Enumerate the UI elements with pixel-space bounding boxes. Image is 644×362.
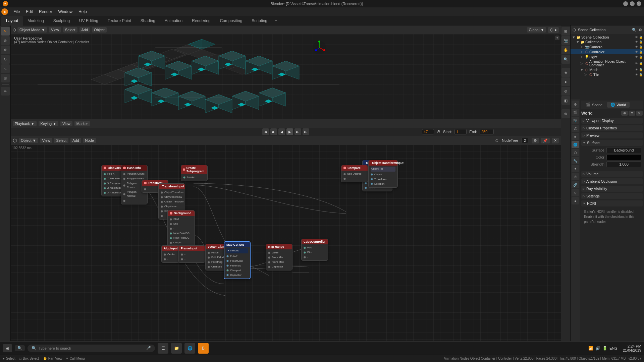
add-menu[interactable]: Add xyxy=(79,27,90,33)
world-browse-button[interactable]: ⊙ xyxy=(629,111,635,116)
start-button[interactable]: ⊞ xyxy=(3,344,12,352)
outliner-mesh[interactable]: ▼ ⬡ Mesh 👁 🔒 xyxy=(571,67,644,72)
preview-header[interactable]: ▷ Preview xyxy=(581,132,643,138)
outliner-camera[interactable]: ▷ 📷 Camera 👁 🔒 xyxy=(571,44,644,49)
node-frame-input[interactable]: FrameInput - - xyxy=(178,245,205,263)
scene-icon[interactable]: 🎬 xyxy=(572,109,579,116)
add-workspace-button[interactable]: + xyxy=(272,17,280,24)
outliner-controler[interactable]: ▷ ⬡ Controler 👁 🔒 xyxy=(571,49,644,54)
jump-start-button[interactable]: ⏮ xyxy=(262,128,269,135)
settings-header[interactable]: ▷ Settings xyxy=(581,193,643,199)
tab-scripting[interactable]: Scripting xyxy=(247,16,272,25)
zoom-in-button[interactable]: + xyxy=(555,36,559,40)
start-frame-input[interactable]: 1 xyxy=(454,129,467,134)
output-icon[interactable]: 🖨 xyxy=(572,125,579,132)
transform-tool-icon[interactable]: ⊞ xyxy=(1,74,10,82)
node-add-menu[interactable]: Add xyxy=(70,138,81,143)
tab-texture-paint[interactable]: Texture Paint xyxy=(103,16,136,25)
node-cube-controller[interactable]: CubeController Pos Dim - xyxy=(301,239,328,261)
timeline-view-menu[interactable]: View xyxy=(60,121,72,126)
maximize-button[interactable]: □ xyxy=(630,1,635,6)
render-icon[interactable]: ◈ xyxy=(561,68,570,77)
world-new-button[interactable]: ⊕ xyxy=(621,111,628,116)
prev-keyframe-button[interactable]: ⏭ xyxy=(270,128,277,135)
outliner-scene-collection[interactable]: ▼ 📁 Scene Collection 👁 🔒 xyxy=(571,35,644,40)
menu-render[interactable]: Render xyxy=(36,9,55,15)
constraints-icon[interactable]: 🔗 xyxy=(572,181,579,188)
play-button[interactable]: ▶ xyxy=(286,128,293,135)
material-icon[interactable]: ● xyxy=(561,77,570,86)
world-unlink-button[interactable]: ✕ xyxy=(636,111,643,116)
surface-type-value[interactable]: Background xyxy=(606,147,641,153)
end-frame-input[interactable]: 250 xyxy=(480,129,494,134)
view-layer-icon[interactable]: ◈ xyxy=(572,133,579,140)
menu-window[interactable]: Window xyxy=(55,9,75,15)
object-mode-dropdown[interactable]: Object Mode ▼ xyxy=(17,27,47,33)
node-select-menu[interactable]: Select xyxy=(54,138,68,143)
tab-modeling[interactable]: Modeling xyxy=(23,16,49,25)
tab-shading[interactable]: Shading xyxy=(136,16,160,25)
world-icon[interactable]: 🌐 xyxy=(572,141,579,148)
material-props-icon[interactable]: ● xyxy=(572,197,579,204)
minimize-button[interactable]: — xyxy=(623,1,628,6)
annotate-tool-icon[interactable]: ✏ xyxy=(1,87,10,96)
outliner-tile[interactable]: ▷ ⬡ Tile 👁 🔒 xyxy=(571,72,644,77)
render-icon[interactable]: 📷 xyxy=(572,117,579,124)
camera-view-icon[interactable]: 📷 xyxy=(561,36,570,45)
shading-options[interactable]: ⬡ ● xyxy=(548,27,559,33)
node-map-get-set[interactable]: Map Get Set ▼ Selected Falloff FalloffMo… xyxy=(224,241,251,279)
viewport-display-header[interactable]: ▷ Viewport Display xyxy=(581,118,643,124)
tab-compositing[interactable]: Compositing xyxy=(215,16,247,25)
viewport-3d[interactable]: ⬡ Object Mode ▼ View Select Add Object G… xyxy=(11,25,561,119)
world-tab[interactable]: 🌐 World xyxy=(607,102,630,108)
zoom-icon[interactable]: 🔍 xyxy=(561,55,570,64)
voice-search-icon[interactable]: 🎤 xyxy=(146,346,151,350)
blender-logo[interactable]: B xyxy=(1,8,8,15)
node-menu[interactable]: Node xyxy=(83,138,96,143)
tab-uv-editing[interactable]: UV Editing xyxy=(74,16,103,25)
custom-props-header[interactable]: ▷ Custom Properties xyxy=(581,125,643,131)
node-editor[interactable]: ⬡ Object ▼ View Select Add Node ⬡ NodeTr… xyxy=(11,136,561,341)
node-tool3[interactable]: ✕ xyxy=(552,138,559,143)
global-dropdown[interactable]: Global ▼ xyxy=(527,27,546,33)
rotate-tool-icon[interactable]: ↻ xyxy=(1,55,10,64)
menu-edit[interactable]: Edit xyxy=(23,9,36,15)
app-logo[interactable]: B xyxy=(3,1,8,6)
next-keyframe-button[interactable]: ⏭ xyxy=(294,128,301,135)
play-reverse-button[interactable]: ◀ xyxy=(278,128,285,135)
tab-sculpting[interactable]: Sculpting xyxy=(49,16,74,25)
strength-value[interactable]: 1.000 xyxy=(606,161,641,167)
tab-rendering[interactable]: Rendering xyxy=(187,16,215,25)
pan-icon[interactable]: ✋ xyxy=(561,46,570,54)
object-props-icon[interactable]: ⬡ xyxy=(572,149,579,156)
node-map-range[interactable]: Map Range Value From Min From Max Capaci… xyxy=(266,244,292,270)
menu-help[interactable]: Help xyxy=(76,9,90,15)
outliner-anim-nodes[interactable]: ▷ ⬡ Animation Nodes Object Container 👁 🔒 xyxy=(571,59,644,67)
data-icon[interactable]: ▽ xyxy=(572,189,579,196)
node-view-menu[interactable]: View xyxy=(40,138,52,143)
node-tool2[interactable]: 📌 xyxy=(541,138,550,143)
menu-file[interactable]: File xyxy=(11,9,22,15)
node-create-subprogram[interactable]: Create Subprogram Invoke xyxy=(181,165,208,181)
active-tool-icon[interactable]: ⚙ xyxy=(572,101,579,108)
close-button[interactable]: ✕ xyxy=(637,1,641,6)
node-tile-output[interactable]: ObjectTransformInput Object: Tile Object… xyxy=(368,160,398,188)
particles-icon[interactable]: ✦ xyxy=(572,165,579,172)
keying-menu[interactable]: Keying ▼ xyxy=(39,121,59,126)
object-menu[interactable]: Object xyxy=(92,27,107,33)
viewport-canvas[interactable]: User Perspective (47) Animation Nodes Ob… xyxy=(11,34,561,119)
outliner-collection[interactable]: ▼ 📁 Collection 👁 🔒 xyxy=(571,40,644,44)
taskbar-search[interactable]: 🔍 Type here to search 🎤 xyxy=(28,345,155,352)
browser-icon[interactable]: 🌐 xyxy=(184,343,195,354)
modifier-icon[interactable]: 🔧 xyxy=(572,157,579,164)
scale-tool-icon[interactable]: ⤡ xyxy=(1,64,10,73)
taskview-button[interactable]: ☰ xyxy=(158,343,168,354)
outliner-settings-icon[interactable]: ⚙ xyxy=(639,28,642,32)
tab-animation[interactable]: Animation xyxy=(160,16,187,25)
gizmo-icon[interactable]: ⊕ xyxy=(561,109,570,118)
node-tool1[interactable]: ⚙ xyxy=(532,138,539,143)
cursor-tool-icon[interactable]: ⊕ xyxy=(1,36,10,45)
current-frame-input[interactable]: 47 xyxy=(422,129,434,134)
ray-vis-header[interactable]: ▷ Ray Visibility xyxy=(581,186,643,192)
color-swatch[interactable] xyxy=(606,154,641,160)
